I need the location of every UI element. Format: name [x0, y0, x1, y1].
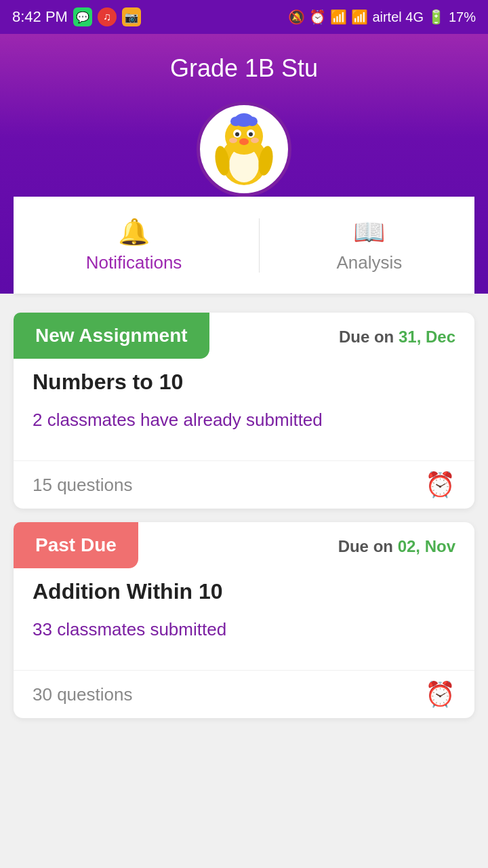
classmates-text-1: 2 classmates have already submitted [33, 410, 455, 431]
wifi-icon: 📶 [330, 9, 347, 25]
questions-count-1: 15 questions [33, 475, 132, 496]
tab-bar: 🔔 Notifications 📖 Analysis [14, 197, 474, 294]
svg-point-6 [249, 132, 253, 136]
status-right: 🔕 ⏰ 📶 📶 airtel 4G 🔋 17% [288, 9, 476, 25]
tab-analysis-label: Analysis [336, 252, 402, 273]
assignment-title-1: Numbers to 10 [33, 370, 455, 395]
clock-icon-1: ⏰ [425, 471, 455, 499]
mute-icon: 🔕 [288, 9, 305, 25]
analysis-icon: 📖 [353, 217, 385, 247]
card-header-1: New Assignment Due on 31, Dec [14, 313, 474, 359]
camera-icon: 📷 [122, 7, 141, 26]
svg-point-8 [229, 138, 237, 143]
battery-icon: 🔋 [428, 9, 445, 25]
tab-divider [259, 218, 260, 273]
content-area: New Assignment Due on 31, Dec Numbers to… [0, 294, 488, 737]
due-date-1: Due on 31, Dec [339, 329, 455, 345]
card-body-1: Numbers to 10 2 classmates have already … [14, 359, 474, 460]
questions-count-2: 30 questions [33, 684, 132, 705]
classmates-text-2: 33 classmates submitted [33, 619, 455, 640]
new-assignment-badge: New Assignment [14, 313, 209, 359]
card-body-2: Addition Within 10 33 classmates submitt… [14, 568, 474, 670]
page-title: Grade 1B Stu [170, 54, 318, 83]
svg-point-5 [235, 132, 239, 136]
penguin-svg [210, 112, 278, 186]
card-footer-1: 15 questions ⏰ [14, 460, 474, 509]
clock-icon-2: ⏰ [425, 680, 455, 709]
card-header-2: Past Due Due on 02, Nov [14, 522, 474, 568]
alarm-icon: ⏰ [309, 9, 326, 25]
bell-icon: 🔔 [118, 217, 150, 247]
header: Grade 1B Stu [0, 34, 488, 294]
due-date-2: Due on 02, Nov [338, 538, 455, 555]
tab-notifications-label: Notifications [86, 252, 182, 273]
time-display: 8:42 PM [12, 8, 68, 26]
assignment-card-2[interactable]: Past Due Due on 02, Nov Addition Within … [14, 522, 474, 718]
signal-icon: 📶 [351, 9, 368, 25]
past-due-badge: Past Due [14, 522, 138, 568]
card-footer-2: 30 questions ⏰ [14, 670, 474, 718]
status-bar: 8:42 PM 💬 ♫ 📷 🔕 ⏰ 📶 📶 airtel 4G 🔋 17% [0, 0, 488, 34]
svg-point-14 [247, 117, 258, 126]
avatar [197, 102, 291, 197]
whatsapp-icon: 💬 [73, 7, 92, 26]
assignment-title-2: Addition Within 10 [33, 579, 455, 604]
svg-point-7 [239, 138, 249, 145]
battery-level: 17% [449, 9, 476, 25]
carrier-label: airtel 4G [372, 9, 424, 25]
assignment-card-1[interactable]: New Assignment Due on 31, Dec Numbers to… [14, 313, 474, 509]
svg-point-9 [251, 138, 259, 143]
svg-point-13 [230, 117, 241, 126]
status-left: 8:42 PM 💬 ♫ 📷 [12, 7, 141, 26]
tab-notifications[interactable]: 🔔 Notifications [59, 210, 209, 280]
tab-analysis[interactable]: 📖 Analysis [309, 210, 429, 280]
music-icon: ♫ [98, 7, 117, 26]
